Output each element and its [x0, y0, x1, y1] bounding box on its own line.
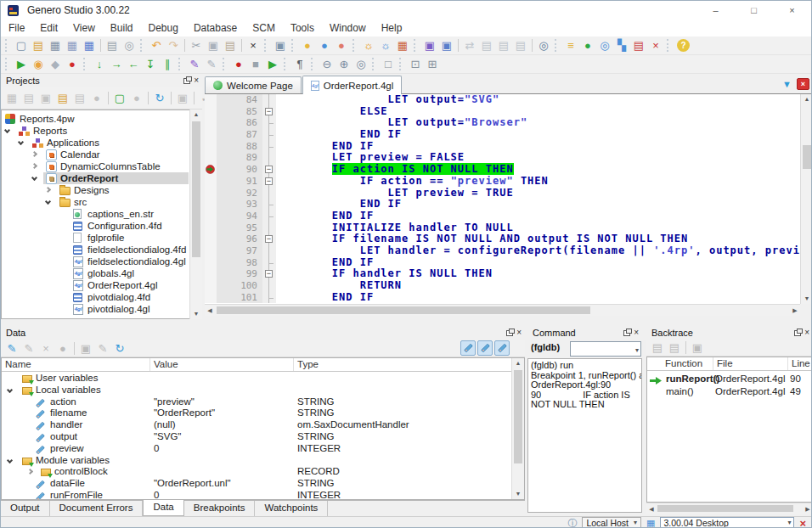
tree-item-pivotdialog-4gl[interactable]: 4glpivotdialog.4gl — [2, 303, 201, 315]
save-icon[interactable]: ▦ — [47, 37, 64, 54]
maximize-button[interactable]: □ — [735, 1, 773, 20]
fold-indicator[interactable]: − — [262, 233, 276, 245]
editor-breakpoint-margin[interactable] — [205, 257, 217, 269]
scroll-up-arrow[interactable]: ▲ — [190, 110, 202, 120]
watch-all-icon[interactable]: ● — [54, 340, 71, 357]
fold-indicator[interactable]: − — [262, 106, 276, 118]
menu-database[interactable]: Database — [186, 22, 245, 34]
projects-float-button[interactable] — [183, 78, 190, 84]
debug-icon[interactable]: ◆ — [47, 56, 64, 73]
fold-collapse-icon[interactable]: − — [265, 166, 273, 173]
editor-breakpoint-margin[interactable] — [205, 117, 217, 129]
chevron-down-icon[interactable] — [4, 127, 10, 133]
toggle-breakpoint-icon[interactable]: ✎ — [186, 56, 203, 73]
web-browser-icon[interactable]: ● — [579, 37, 596, 54]
data-row-filename[interactable]: filename"OrderReport"STRING — [2, 407, 524, 419]
preferences-icon[interactable]: × — [647, 37, 664, 54]
fold-collapse-icon[interactable]: − — [265, 270, 273, 278]
tree-item-captions-en-str[interactable]: captions_en.str — [2, 208, 201, 220]
scrollbar-thumb[interactable] — [192, 121, 200, 257]
print-icon[interactable]: ▤ — [104, 37, 121, 54]
frame-up-icon[interactable]: ▤ — [649, 340, 666, 357]
chevron-down-icon[interactable] — [45, 199, 51, 205]
tree-item-calendar[interactable]: Calendar — [2, 149, 201, 160]
editor-breakpoint-margin[interactable] — [205, 106, 217, 118]
tree-item-src[interactable]: src — [2, 196, 201, 208]
column-header-file[interactable]: File — [713, 357, 788, 370]
scroll-left-arrow[interactable]: ◀ — [646, 503, 657, 514]
zoom-reset-icon[interactable]: ◎ — [352, 56, 369, 73]
menu-tools[interactable]: Tools — [283, 22, 322, 34]
data-row-action[interactable]: action"preview"STRING — [2, 396, 524, 408]
close-button[interactable]: × — [773, 1, 811, 20]
fold-indicator[interactable] — [262, 141, 276, 153]
tab-watchpoints[interactable]: Watchpoints — [255, 501, 328, 516]
play-recording-icon[interactable]: ▶ — [264, 56, 281, 73]
editor-vertical-scrollbar[interactable]: ▲ ▼ — [800, 94, 812, 304]
disable-breakpoints-icon[interactable]: ✎ — [203, 56, 220, 73]
tree-item-fieldselectiondialog-4gl[interactable]: 4glfieldselectiondialog.4gl — [2, 256, 201, 267]
display-icon[interactable]: ▦ — [646, 518, 655, 528]
scroll-right-arrow[interactable]: ▶ — [790, 305, 800, 316]
configure-icon[interactable]: ▤ — [71, 90, 88, 107]
frame-down-icon[interactable]: ▤ — [666, 340, 683, 357]
data-row-local-variables[interactable]: Local variables — [2, 385, 524, 396]
backtrace-horizontal-scrollbar[interactable]: ◀ ▶ — [646, 503, 812, 514]
new-project-icon[interactable]: ▣ — [421, 37, 438, 54]
tree-item-designs[interactable]: Designs — [2, 184, 201, 196]
column-header-type[interactable]: Type — [294, 358, 511, 371]
scroll-right-arrow[interactable]: ▶ — [803, 503, 812, 514]
run-to-cursor-icon[interactable]: ↧ — [142, 56, 159, 73]
command-input-combobox[interactable]: ▾ — [570, 341, 641, 357]
deploy-icon[interactable]: ▦ — [394, 37, 411, 54]
scrollbar-thumb[interactable] — [657, 505, 793, 512]
refresh-icon[interactable]: ↻ — [151, 90, 168, 107]
close-document-button[interactable]: × — [797, 78, 809, 90]
tab-data[interactable]: Data — [143, 500, 183, 516]
delete-watch-icon[interactable]: × — [37, 340, 54, 357]
chevron-down-icon[interactable] — [31, 175, 37, 181]
fold-indicator[interactable] — [262, 245, 276, 257]
column-header-name[interactable]: Name — [2, 358, 150, 371]
editor-breakpoint-margin[interactable] — [205, 211, 217, 222]
column-header-function[interactable]: Function — [647, 357, 713, 370]
editor-horizontal-scrollbar[interactable]: ◀ ▶ — [205, 304, 800, 316]
run-icon[interactable]: ▶ — [13, 56, 30, 73]
fold-indicator[interactable] — [262, 199, 276, 211]
clean-icon[interactable]: ● — [333, 37, 350, 54]
open-project-icon[interactable]: ▣ — [438, 37, 455, 54]
tree-item-reports-4pw[interactable]: Reports.4pw — [2, 113, 201, 125]
scroll-down-arrow[interactable]: ▼ — [801, 294, 812, 304]
step-over-icon[interactable]: → — [108, 56, 125, 73]
refresh-values-icon[interactable]: ↻ — [111, 340, 128, 357]
previous-document-icon[interactable]: ⊡ — [407, 56, 424, 73]
help-icon[interactable]: ? — [677, 39, 690, 52]
editor-breakpoint-margin[interactable] — [205, 268, 217, 280]
copy-value-icon[interactable]: ▣ — [77, 340, 94, 357]
column-header-value[interactable]: Value — [150, 358, 294, 371]
chevron-down-icon[interactable] — [18, 139, 24, 145]
code-editor[interactable]: 84 LET output="SVG"85− ELSE86 LET output… — [205, 94, 800, 304]
print-preview-icon[interactable]: ◎ — [121, 37, 138, 54]
backtrace-float-button[interactable] — [794, 330, 801, 336]
data-row-runfromfile[interactable]: runFromFile0INTEGER — [2, 490, 524, 500]
open-folder-icon[interactable]: ▤ — [54, 90, 71, 107]
copy-backtrace-icon[interactable]: ▣ — [689, 340, 706, 357]
column-header-line[interactable]: Line — [788, 357, 811, 370]
fold-collapse-icon[interactable]: − — [265, 177, 273, 185]
profiler-icon[interactable]: ◉ — [30, 56, 47, 73]
find-in-files-icon[interactable]: ◎ — [535, 37, 552, 54]
menu-help[interactable]: Help — [374, 22, 410, 34]
redo-icon[interactable]: ↷ — [165, 37, 182, 54]
stop-icon[interactable]: ● — [64, 56, 81, 73]
tree-item-orderreport-4gl[interactable]: 4glOrderReport.4gl — [2, 279, 201, 291]
fold-indicator[interactable]: − — [262, 176, 276, 188]
projects-close-button[interactable]: × — [194, 76, 199, 85]
tree-item-reports[interactable]: Reports — [2, 125, 201, 137]
copy-icon[interactable]: ▣ — [205, 37, 222, 54]
tab-list-dropdown-icon[interactable]: ▼ — [782, 79, 792, 89]
global-search-icon[interactable]: ◎ — [596, 37, 613, 54]
fold-indicator[interactable] — [262, 188, 276, 199]
build-icon[interactable]: ● — [299, 37, 316, 54]
sync-icon[interactable]: ⇄ — [461, 37, 478, 54]
